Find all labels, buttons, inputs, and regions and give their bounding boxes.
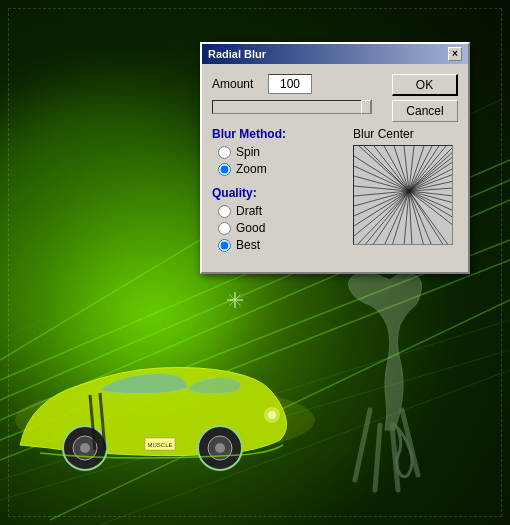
best-option[interactable]: Best xyxy=(218,238,345,252)
zoom-option[interactable]: Zoom xyxy=(218,162,345,176)
blur-preview-svg xyxy=(354,146,453,245)
ok-button[interactable]: OK xyxy=(392,74,458,96)
best-label: Best xyxy=(236,238,260,252)
draft-label: Draft xyxy=(236,204,262,218)
close-button[interactable]: × xyxy=(448,47,462,61)
radial-blur-dialog: Radial Blur × Amount OK Cancel xyxy=(200,42,470,274)
spin-option[interactable]: Spin xyxy=(218,145,345,159)
dialog-titlebar: Radial Blur × xyxy=(202,44,468,64)
spin-radio[interactable] xyxy=(218,146,231,159)
amount-label: Amount xyxy=(212,77,262,91)
slider-row xyxy=(212,100,386,117)
lower-section: Blur Method: Spin Zoom Quality: xyxy=(212,127,458,262)
blur-method-group: Spin Zoom xyxy=(212,145,345,176)
left-section: Blur Method: Spin Zoom Quality: xyxy=(212,127,345,262)
dialog-title: Radial Blur xyxy=(208,48,266,60)
best-radio[interactable] xyxy=(218,239,231,252)
draft-radio[interactable] xyxy=(218,205,231,218)
quality-group: Draft Good Best xyxy=(212,204,345,252)
spin-label: Spin xyxy=(236,145,260,159)
good-option[interactable]: Good xyxy=(218,221,345,235)
quality-label: Quality: xyxy=(212,186,345,200)
draft-option[interactable]: Draft xyxy=(218,204,345,218)
blur-center-section: Blur Center xyxy=(353,127,458,262)
good-radio[interactable] xyxy=(218,222,231,235)
zoom-radio[interactable] xyxy=(218,163,231,176)
blur-method-label: Blur Method: xyxy=(212,127,345,141)
cancel-button[interactable]: Cancel xyxy=(392,100,458,122)
amount-slider[interactable] xyxy=(212,100,372,114)
blur-center-canvas[interactable] xyxy=(353,145,453,245)
dialog-body: Amount OK Cancel Blur Method: xyxy=(202,64,468,272)
dialog-buttons: OK Cancel xyxy=(392,74,458,122)
top-row: Amount OK Cancel xyxy=(212,74,458,125)
blur-center-label: Blur Center xyxy=(353,127,458,141)
amount-controls: Amount xyxy=(212,74,386,125)
good-label: Good xyxy=(236,221,265,235)
zoom-label: Zoom xyxy=(236,162,267,176)
amount-input[interactable] xyxy=(268,74,312,94)
amount-row: Amount xyxy=(212,74,386,94)
